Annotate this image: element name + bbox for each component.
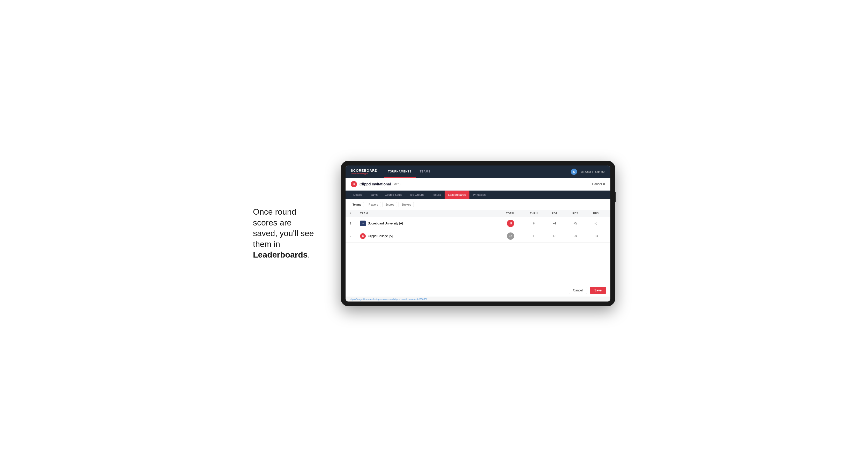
col-team: TEAM	[360, 212, 498, 215]
filter-row: Teams Players Scores Strokes	[345, 199, 610, 210]
tab-teams[interactable]: Teams	[366, 191, 381, 199]
total-cell: -5	[498, 220, 524, 227]
col-thru: THRU	[524, 212, 544, 215]
tab-details[interactable]: Details	[350, 191, 366, 199]
app-logo-title: SCOREBOARD	[351, 168, 378, 173]
col-rd3: RD3	[586, 212, 606, 215]
rd2-cell: -8	[565, 234, 586, 238]
nav-tournaments[interactable]: TOURNAMENTS	[384, 165, 416, 178]
filter-players[interactable]: Players	[366, 202, 381, 207]
rd3-cell: -6	[586, 222, 606, 225]
leaderboard-table: # TEAM TOTAL THRU RD1 RD2 RD3 1 S Score	[345, 210, 610, 284]
team-logo: S	[360, 221, 366, 226]
rd1-cell: -4	[544, 222, 565, 225]
user-avatar: S	[571, 168, 577, 175]
col-rd2: RD2	[565, 212, 586, 215]
table-row: 1 S Scoreboard University [A] -5 F -4 +5…	[345, 217, 610, 230]
team-cell: S Scoreboard University [A]	[360, 221, 498, 226]
rank-cell: 1	[350, 222, 360, 225]
total-cell: +3	[498, 232, 524, 240]
tournament-icon: C	[351, 181, 357, 187]
save-button[interactable]: Save	[590, 287, 606, 294]
team-name: Scoreboard University [A]	[368, 222, 403, 225]
table-header: # TEAM TOTAL THRU RD1 RD2 RD3	[345, 210, 610, 217]
cancel-button[interactable]: Cancel	[569, 287, 587, 294]
table-row: 2 C Clippd College [A] +3 F +8 -8 +3	[345, 230, 610, 243]
tab-course-setup[interactable]: Course Setup	[381, 191, 406, 199]
app-header: SCOREBOARD Powered by clippd TOURNAMENTS…	[345, 165, 610, 178]
rd3-cell: +3	[586, 234, 606, 238]
col-total: TOTAL	[498, 212, 524, 215]
logo-area: SCOREBOARD Powered by clippd	[351, 168, 378, 175]
thru-cell: F	[524, 222, 544, 225]
tab-results[interactable]: Results	[428, 191, 444, 199]
team-cell: C Clippd College [A]	[360, 233, 498, 239]
description-text: Once round scores are saved, you'll see …	[253, 207, 314, 259]
team-logo: C	[360, 233, 366, 239]
tournament-gender: (Men)	[392, 182, 400, 186]
tablet-side-button	[615, 192, 616, 202]
tablet-device: SCOREBOARD Powered by clippd TOURNAMENTS…	[341, 161, 615, 306]
url-bar: https://stage-blue-coach.stagesscoreboar…	[345, 297, 610, 302]
nav-teams[interactable]: TEAMS	[416, 165, 435, 178]
rd1-cell: +8	[544, 234, 565, 238]
sign-out-link[interactable]: Sign out	[595, 170, 605, 173]
tab-printables[interactable]: Printables	[469, 191, 489, 199]
left-description: Once round scores are saved, you'll see …	[253, 207, 326, 260]
team-name: Clippd College [A]	[368, 234, 393, 238]
col-rd1: RD1	[544, 212, 565, 215]
page-container: Once round scores are saved, you'll see …	[253, 161, 615, 306]
cancel-x-button[interactable]: Cancel ✕	[592, 182, 605, 186]
main-nav: TOURNAMENTS TEAMS	[384, 165, 571, 178]
sub-nav: Details Teams Course Setup Tee Groups Re…	[345, 191, 610, 199]
thru-cell: F	[524, 234, 544, 238]
filter-scores[interactable]: Scores	[382, 202, 397, 207]
score-badge-red: -5	[507, 220, 514, 227]
tournament-name: Clippd Invitational	[360, 182, 391, 186]
tablet-screen: SCOREBOARD Powered by clippd TOURNAMENTS…	[345, 165, 610, 302]
bottom-bar: Cancel Save	[345, 284, 610, 297]
rd2-cell: +5	[565, 222, 586, 225]
score-badge-gray: +3	[507, 232, 514, 240]
table-empty-space	[345, 243, 610, 284]
filter-strokes[interactable]: Strokes	[399, 202, 414, 207]
tournament-header: C Clippd Invitational (Men) Cancel ✕	[345, 178, 610, 191]
filter-teams[interactable]: Teams	[350, 202, 364, 207]
header-right: S Test User | Sign out	[571, 168, 605, 175]
rank-cell: 2	[350, 234, 360, 238]
col-rank: #	[350, 212, 360, 215]
tab-leaderboards[interactable]: Leaderboards	[444, 191, 469, 199]
user-name: Test User |	[579, 170, 593, 173]
tab-tee-groups[interactable]: Tee Groups	[406, 191, 428, 199]
app-logo-sub: Powered by clippd	[351, 173, 378, 175]
